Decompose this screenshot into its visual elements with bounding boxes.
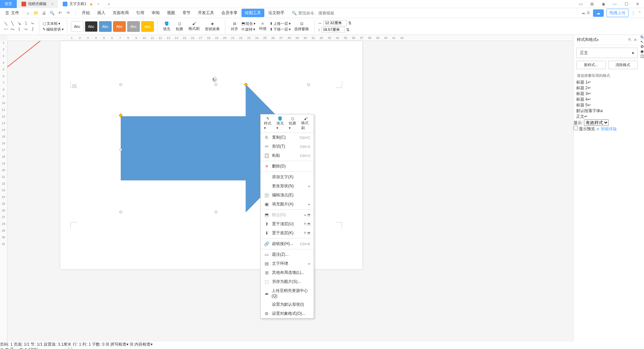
search-box[interactable]: 🔍 [292, 11, 338, 15]
menu-tab-3[interactable]: 引用 [133, 9, 148, 17]
ctx-item[interactable]: ▤文字环绕▸ [261, 259, 314, 268]
menu-tab-4[interactable]: 审阅 [148, 9, 163, 17]
style-swatch-6[interactable]: Abc [141, 21, 154, 32]
resize-handle-nw[interactable] [119, 83, 122, 86]
ctx-item[interactable]: ⬆置于顶层(U)⇈ ⬒ [261, 219, 314, 229]
ctx-item[interactable]: 添加文字(X) [261, 172, 314, 182]
view-mode-icon[interactable]: 👁 [0, 347, 4, 349]
preview-icon[interactable]: 🔍 [49, 10, 55, 16]
style-list-item[interactable]: 默认段落字体a [576, 108, 638, 114]
fill-button[interactable]: 🪣填充 [161, 21, 172, 32]
stepper-icon[interactable]: ⇅ [348, 21, 352, 26]
minimize-icon[interactable]: — [610, 1, 619, 7]
pen-tool-icon[interactable]: ✎ [640, 35, 644, 40]
ctx-item[interactable]: ◫编辑顶点(E) [261, 191, 314, 200]
ctx-item[interactable]: 更改形状(N)▸ [261, 182, 314, 191]
style-list-item[interactable]: 标题 1↵ [576, 80, 638, 85]
curve-shape[interactable]: 〰 [3, 27, 9, 32]
ctx-tool-2[interactable]: ◻轮廓▾ [287, 116, 299, 131]
redo-icon[interactable]: ↷ [65, 10, 71, 16]
close-panel-icon[interactable]: ✕ [634, 38, 637, 42]
ctx-tool-0[interactable]: ✎样式▾ [262, 116, 274, 131]
outline-button[interactable]: ◻轮廓 [174, 21, 185, 32]
menu-tab-9[interactable]: 绘图工具 [241, 9, 264, 17]
layout-icon[interactable]: ▭ [576, 1, 585, 7]
undo-icon[interactable]: ↶ [57, 10, 63, 16]
style-swatch-2[interactable]: Abc [85, 21, 98, 32]
textbox-button[interactable]: ▢ 文本框 ▾ [43, 21, 64, 26]
menu-tab-8[interactable]: 会员专享 [218, 9, 241, 17]
ctx-item[interactable]: ⚙设置对象格式(O)... [261, 309, 314, 318]
format-painter-button[interactable]: 🖌格式刷 [186, 21, 202, 32]
menu-tab-7[interactable]: 开发工具 [195, 9, 217, 17]
canvas[interactable]: 1234567891011121314151617181920212223242… [0, 35, 573, 342]
zoom-out-icon[interactable]: − [40, 347, 42, 349]
selection-pane-button[interactable]: ⊡选择窗格 [292, 21, 311, 32]
resize-handle-s[interactable] [215, 211, 217, 213]
maximize-icon[interactable]: ☐ [622, 1, 631, 7]
width-input[interactable] [323, 20, 347, 26]
new-style-button[interactable]: 新样式... [576, 61, 606, 69]
style-list-item[interactable]: 标题 5↵ [576, 102, 638, 108]
shape3[interactable]: ⌇ [16, 27, 22, 32]
user-icon[interactable]: ◉ [599, 1, 608, 7]
close-icon[interactable]: × [97, 2, 99, 6]
preview-checkbox[interactable] [574, 126, 578, 130]
ctx-item[interactable]: 设置为默认形状(I) [261, 300, 314, 309]
layers-tool-icon[interactable]: ◫ [640, 54, 644, 58]
clear-format-button[interactable]: 清除格式 [608, 61, 638, 69]
menu-tab-6[interactable]: 章节 [179, 9, 194, 17]
ctx-item[interactable]: 📋粘贴Ctrl+V [261, 151, 314, 160]
height-input[interactable] [321, 27, 345, 33]
bring-forward-button[interactable]: ⬆上移一层▾ [270, 21, 291, 26]
ctx-item[interactable]: ▣填充图片(A)▸ [261, 200, 314, 209]
ctx-tool-3[interactable]: 🖌格式刷 [299, 116, 312, 131]
ctx-item[interactable]: ✕删除(D) [261, 162, 314, 171]
style-swatch-1[interactable]: Abc [71, 21, 84, 32]
align-button[interactable]: ⊟对齐 [229, 21, 240, 32]
stepper-icon[interactable]: ⇅ [346, 28, 350, 32]
shape-effects-button[interactable]: ◈形状效果 [203, 21, 222, 32]
arrow-shape[interactable]: ↘ [16, 21, 22, 26]
menu-tab-10[interactable]: 论文助手 [265, 9, 288, 17]
cursor-tool-icon[interactable]: ↖ [640, 40, 644, 44]
shape4[interactable]: ⤳ [23, 27, 29, 32]
group-button[interactable]: ⬒组合▾ [241, 21, 256, 26]
pin-icon[interactable]: ⇱ [628, 38, 632, 42]
view-icon-2[interactable]: ☰ [10, 347, 14, 349]
style-list-item[interactable]: 标题 4↵ [576, 97, 638, 102]
zoom-label[interactable]: 102% [29, 347, 39, 349]
settings-tool-icon[interactable]: ⚙ [640, 44, 644, 49]
ctx-item[interactable]: ☁上传至稻壳资源中心(Q) [261, 286, 314, 300]
spell-check-toggle[interactable]: ☒ 拼写检查▾ [106, 342, 128, 347]
ctx-item[interactable]: ⎘复制(C)Ctrl+C [261, 133, 314, 142]
resize-handle-ne[interactable] [307, 83, 310, 86]
style-swatch-4[interactable]: Abc [113, 21, 126, 32]
location-tool-icon[interactable]: ◉ [640, 49, 644, 54]
freeform-shape[interactable]: 〜 [9, 27, 15, 32]
resize-handle-w[interactable] [119, 148, 122, 151]
zoom-fit-icon[interactable]: ⊙ [24, 347, 28, 349]
ctx-item[interactable]: ⊞其他布局选项(L)... [261, 268, 314, 277]
menu-tab-1[interactable]: 插入 [94, 9, 109, 17]
zoom-in-icon[interactable]: + [65, 347, 67, 349]
resize-handle-n[interactable] [215, 83, 217, 86]
content-check-toggle[interactable]: ☒ 内容检查▾ [130, 342, 153, 347]
close-window-icon[interactable]: ✕ [633, 1, 642, 7]
print-icon[interactable]: 🖨 [41, 10, 47, 16]
ctx-item[interactable]: ⬚另存为图片(S)... [261, 277, 314, 286]
ctx-tool-1[interactable]: 🪣填充▾ [274, 116, 286, 131]
ctx-item[interactable]: ⬇置于底层(K)⇈ ⬒ [261, 229, 314, 238]
display-select[interactable]: 有效样式 [584, 119, 609, 126]
view-icon-3[interactable]: ▭ [15, 347, 18, 349]
expand-icon[interactable]: ⌃ [638, 11, 641, 15]
search-input[interactable] [298, 11, 338, 15]
connector2-shape[interactable]: ⤷ [30, 21, 36, 26]
ctx-item[interactable]: ✂剪切(T)Ctrl+X [261, 142, 314, 151]
chevron-down-icon[interactable]: ⋮ [631, 11, 635, 15]
edit-shape-button[interactable]: ✎ 编辑形状 ▾ [43, 27, 64, 32]
ctx-item[interactable]: ▭题注(Z)... [261, 250, 314, 259]
grid-icon[interactable]: ⊞ [588, 1, 596, 7]
view-icon-1[interactable]: ▦ [5, 347, 9, 349]
style-list-item[interactable]: 正文↵ [576, 114, 638, 119]
